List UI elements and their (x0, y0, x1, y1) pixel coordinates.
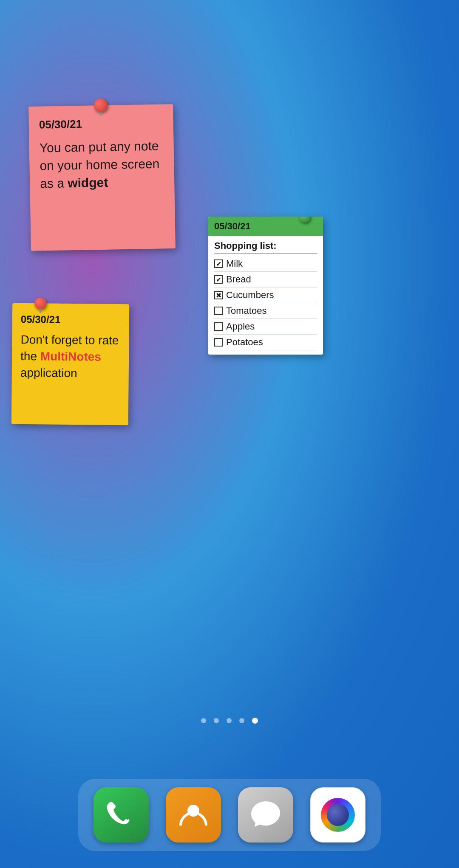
pink-note-date: 05/30/21 (39, 116, 163, 131)
item-tomatoes: Tomatoes (226, 305, 266, 316)
checkbox-bread: ✔ (214, 275, 223, 284)
page-indicators (201, 718, 258, 724)
item-apples: Apples (226, 321, 255, 332)
item-cucumbers: Cucumbers (226, 290, 274, 301)
list-item: Potatoes (214, 335, 317, 350)
page-dot-4 (239, 718, 244, 723)
list-item: Tomatoes (214, 303, 317, 319)
contacts-svg (176, 798, 210, 832)
app-contacts-icon[interactable] (166, 787, 221, 843)
app-messages-icon[interactable] (238, 787, 293, 843)
app-phone-icon[interactable] (94, 787, 149, 843)
pink-note-content: You can put any note on your home screen… (39, 137, 164, 192)
item-potatoes: Potatoes (226, 337, 263, 348)
yellow-note-date: 05/30/21 (21, 313, 121, 326)
yellow-note-brand: MultiNotes (40, 350, 101, 364)
app-dock (78, 779, 381, 851)
page-dot-5-active (252, 718, 258, 724)
yellow-note-content: Don't forget to rate the MultiNotes appl… (20, 331, 121, 382)
item-bread: Bread (226, 274, 251, 285)
checkbox-tomatoes (214, 307, 223, 315)
pin-green-shopping (299, 217, 310, 223)
page-dot-3 (227, 718, 232, 723)
page-dot-2 (214, 718, 219, 723)
page-dot-1 (201, 718, 206, 723)
pin-red-pink (94, 99, 108, 113)
list-item: ✔ Milk (214, 256, 317, 272)
pin-needle (100, 112, 102, 116)
svg-point-0 (187, 805, 199, 817)
checkbox-apples (214, 322, 223, 331)
checkbox-milk: ✔ (214, 259, 223, 268)
camera-lens-inner (327, 804, 349, 826)
list-item: ✖ Cucumbers (214, 287, 317, 303)
camera-lens (321, 798, 355, 832)
messages-svg (249, 798, 283, 832)
pin-red-yellow (34, 297, 46, 309)
green-note-title: Shopping list: (214, 240, 317, 254)
app-camera-icon[interactable] (310, 787, 366, 843)
list-item: Apples (214, 319, 317, 335)
note-pink[interactable]: 05/30/21 You can put any note on your ho… (28, 104, 176, 251)
pink-note-bold: widget (68, 175, 108, 190)
list-item: ✔ Bread (214, 272, 317, 287)
checkbox-potatoes (214, 338, 223, 347)
phone-svg (104, 798, 138, 832)
pin-needle-yellow (40, 309, 41, 313)
yellow-note-after: application (20, 366, 77, 380)
note-green[interactable]: 05/30/21 Shopping list: ✔ Milk ✔ Bread ✖… (208, 217, 323, 355)
checkbox-cucumbers: ✖ (214, 291, 223, 299)
item-milk: Milk (226, 258, 243, 269)
note-yellow[interactable]: 05/30/21 Don't forget to rate the MultiN… (11, 303, 129, 425)
